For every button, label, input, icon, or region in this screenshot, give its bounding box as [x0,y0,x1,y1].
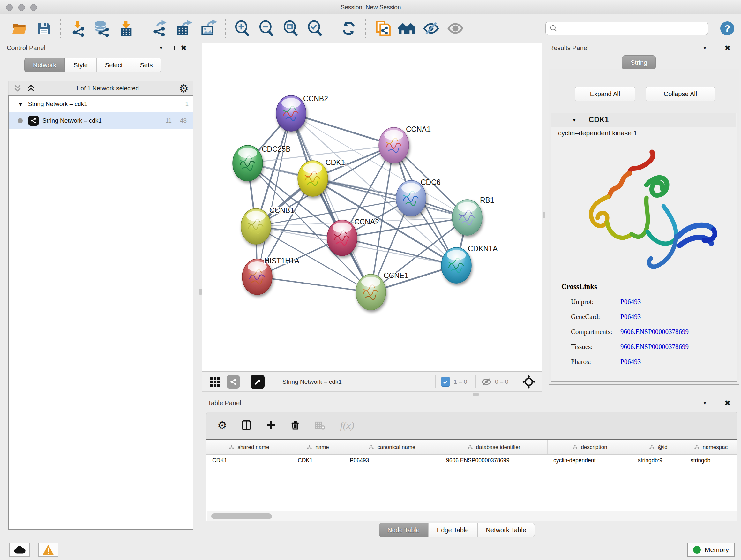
network-row-selected[interactable]: String Network – cdk1 11 48 [9,112,193,129]
crosslink-link[interactable]: 9606.ENSP00000378699 [620,343,689,351]
network-node-CCNA1[interactable] [379,127,409,163]
column-header-shared-name[interactable]: shared name [206,440,292,454]
grid-view-icon[interactable] [209,376,221,388]
network-node-CDK1[interactable] [298,161,328,196]
column-header-canonical-name[interactable]: canonical name [344,440,441,454]
table-cell[interactable]: stringdb [685,457,737,464]
panel-menu-icon[interactable]: ▼ [703,400,707,406]
tab-node-table[interactable]: Node Table [379,523,428,537]
export-image-button[interactable] [200,20,217,37]
hide-graphics-button[interactable] [422,20,440,37]
column-header-database-identifier[interactable]: database identifier [441,440,548,454]
network-canvas[interactable]: CCNB2CCNA1CDC25BCDK1CDC6RB1CCNB1CCNA2CDK… [202,43,542,372]
table-horizontal-scrollbar[interactable] [207,511,737,521]
zoom-out-button[interactable] [258,20,275,37]
search-box[interactable] [545,22,708,35]
network-node-CDKN1A[interactable] [441,247,471,283]
export-table-button[interactable] [176,20,193,37]
network-node-CCNB1[interactable] [241,208,271,244]
zoom-selected-button[interactable] [307,20,324,37]
section-expander-icon[interactable]: ▼ [572,117,577,123]
table-cell[interactable]: stringdb:9... [632,457,685,464]
panel-float-icon[interactable] [714,401,718,406]
import-network-file-button[interactable] [69,20,86,37]
network-edge[interactable] [257,277,371,292]
splitter-handle-right[interactable] [542,212,545,218]
search-input[interactable] [558,24,704,32]
tree-expander-icon[interactable]: ▼ [18,102,23,107]
table-cell[interactable]: P06493 [344,457,441,464]
column-header-description[interactable]: description [548,440,632,454]
table-cell[interactable]: cyclin-dependent ... [548,457,632,464]
warnings-button[interactable] [38,543,58,557]
network-node-CDC25B[interactable] [232,145,263,181]
apply-layout-button[interactable] [340,20,357,37]
table-row[interactable]: CDK1CDK1P064939606.ENSP00000378699cyclin… [206,455,737,466]
help-button[interactable]: ? [720,21,734,36]
table-cell[interactable]: CDK1 [292,457,344,464]
column-header--id[interactable]: @id [632,440,685,454]
network-node-CCNA2[interactable] [327,220,357,256]
crosslink-link[interactable]: P06493 [620,298,641,306]
collapse-all-icon[interactable] [13,84,22,93]
close-window-button[interactable] [6,4,13,11]
cloud-status-button[interactable] [9,543,30,557]
import-network-database-button[interactable] [93,20,111,37]
selected-indicator-checkbox[interactable] [441,377,450,387]
splitter-handle-left[interactable] [199,289,202,295]
network-node-CCNE1[interactable] [356,274,386,310]
tab-select[interactable]: Select [96,58,131,72]
network-edge[interactable] [257,113,291,277]
tab-network-table[interactable]: Network Table [477,523,535,537]
tab-network[interactable]: Network [24,58,65,72]
network-edge[interactable] [291,113,394,145]
tab-string[interactable]: String [622,55,656,70]
scrollbar-thumb[interactable] [211,513,272,519]
panel-close-icon[interactable]: ✖ [181,46,187,51]
save-session-button[interactable] [35,20,52,37]
panel-float-icon[interactable] [714,46,718,51]
minimize-window-button[interactable] [18,4,25,11]
panel-close-icon[interactable]: ✖ [725,401,731,406]
delete-column-trash-icon[interactable] [290,420,300,430]
zoom-in-button[interactable] [233,20,251,37]
hidden-items-eye-icon[interactable] [481,376,492,387]
memory-button[interactable]: Memory [687,543,735,557]
crosslink-link[interactable]: P06493 [620,313,641,321]
network-node-CCNB2[interactable] [276,96,306,131]
gear-icon[interactable]: ⚙ [179,83,189,94]
network-collection-row[interactable]: ▼ String Network – cdk1 1 [9,96,193,112]
network-share-view-icon[interactable] [226,375,240,388]
tab-style[interactable]: Style [65,58,96,72]
export-network-button[interactable] [151,20,169,37]
table-settings-gear-icon[interactable]: ⚙ [217,420,227,431]
column-header-name[interactable]: name [292,440,344,454]
birdseye-view-icon[interactable] [251,375,265,389]
zoom-fit-button[interactable] [282,20,299,37]
zoom-window-button[interactable] [30,4,37,11]
column-header-namespac[interactable]: namespac [685,440,737,454]
create-column-plus-icon[interactable] [266,420,276,430]
collapse-all-button[interactable]: Collapse All [646,86,715,101]
network-edge[interactable] [248,163,411,198]
panel-menu-icon[interactable]: ▼ [159,45,163,51]
table-cell[interactable]: CDK1 [206,457,292,464]
expand-all-icon[interactable] [26,84,36,93]
splitter-handle-bottom[interactable] [473,393,479,396]
open-session-button[interactable] [11,20,28,37]
show-graphics-button[interactable] [447,20,464,37]
crosslink-link[interactable]: P06493 [620,358,641,366]
fit-selected-crosshair-icon[interactable] [522,375,536,388]
first-neighbors-button[interactable] [398,20,415,37]
network-node-RB1[interactable] [452,199,482,235]
panel-float-icon[interactable] [170,46,175,51]
clone-network-button[interactable] [374,20,391,37]
tab-edge-table[interactable]: Edge Table [428,523,477,537]
tab-sets[interactable]: Sets [131,58,161,72]
panel-menu-icon[interactable]: ▼ [703,45,707,51]
table-cell[interactable]: 9606.ENSP00000378699 [441,457,548,464]
crosslink-link[interactable]: 9606.ENSP00000378699 [620,328,689,336]
expand-all-button[interactable]: Expand All [575,86,635,101]
gene-section-header[interactable]: ▼ CDK1 [551,113,736,127]
show-columns-icon[interactable] [241,420,252,431]
